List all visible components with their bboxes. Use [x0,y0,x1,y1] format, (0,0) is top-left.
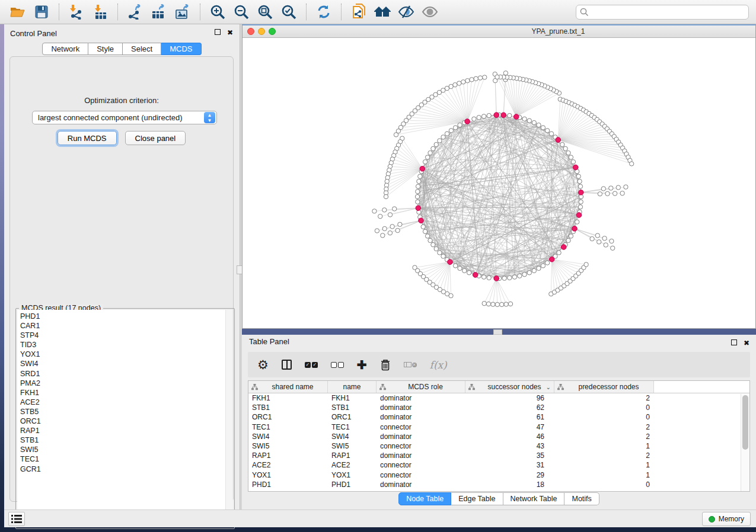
cell-MCDS-role: dominator [377,394,465,402]
tab-network-table[interactable]: Network Table [503,492,565,505]
table-row[interactable]: RAP1RAP1dominator352 [248,451,749,460]
close-window-icon[interactable] [247,28,254,35]
mcds-result-item[interactable]: SWI5 [17,445,233,454]
tab-style[interactable]: Style [88,43,123,55]
cell-name: ORC1 [328,413,377,421]
export-table-icon[interactable] [150,3,168,21]
mcds-result-item[interactable]: ACE2 [17,398,233,407]
tab-motifs[interactable]: Motifs [564,492,599,505]
table-row[interactable]: STB1STB1dominator620 [248,403,749,412]
network-canvas[interactable] [243,38,755,328]
column-header-shared-name[interactable]: shared name [248,381,328,393]
export-image-icon[interactable] [174,3,192,21]
optimization-select[interactable]: largest connected component (undirected)… [32,111,217,124]
table-row[interactable]: SWI5SWI5connector431 [248,441,749,451]
hide-panels-eye-icon[interactable] [397,3,415,21]
mcds-result-item[interactable]: PHD1 [17,310,233,321]
toolbar-separator [341,4,342,20]
home-networks-icon[interactable] [374,3,391,21]
cell-predecessor-nodes: 2 [554,432,654,441]
tab-edge-table[interactable]: Edge Table [451,492,503,505]
optimization-label: Optimization criterion: [10,96,233,105]
close-panel-icon[interactable]: ✖ [743,339,750,347]
mcds-result-item[interactable]: RAP1 [17,426,233,435]
cell-shared-name: ACE2 [248,461,328,469]
column-header-name[interactable]: name [328,381,377,393]
table-row[interactable]: PHD1PHD1dominator180 [248,480,749,489]
import-network-icon[interactable] [68,3,85,21]
table-settings-gear-icon[interactable]: ⚙ [257,358,269,371]
mcds-result-item[interactable]: STB1 [17,435,233,445]
select-all-icon[interactable]: ✓✓ [305,358,318,371]
clone-network-icon[interactable] [350,3,368,21]
refresh-icon[interactable] [315,3,333,21]
minimize-window-icon[interactable] [258,28,265,35]
table-scrollbar-thumb[interactable] [742,395,748,450]
mcds-result-item[interactable]: STP4 [17,331,233,340]
mcds-list-scrollbar[interactable] [225,310,233,527]
maximize-window-icon[interactable] [269,28,276,35]
table-row[interactable]: ORC1ORC1dominator610 [248,412,749,422]
close-panel-icon[interactable]: ✖ [227,29,234,36]
memory-button[interactable]: Memory [702,512,751,526]
import-table-icon[interactable] [91,3,109,21]
cell-predecessor-nodes: 0 [554,413,654,421]
zoom-out-icon[interactable] [232,3,250,21]
float-panel-icon[interactable] [731,339,737,345]
horizontal-splitter-handle[interactable] [493,329,502,335]
mcds-result-item[interactable]: STB5 [17,407,233,416]
deselect-all-icon[interactable] [331,358,344,371]
tab-network[interactable]: Network [42,43,88,55]
show-panels-eye-icon[interactable] [421,3,439,21]
search-input[interactable] [591,8,745,16]
task-history-button[interactable] [8,512,25,526]
mcds-result-item[interactable]: TID3 [17,340,233,350]
zoom-fit-icon[interactable] [256,3,274,21]
mcds-result-item[interactable]: SRD1 [17,369,233,379]
column-header-successor-nodes[interactable]: successor nodes⌄ [465,381,554,393]
show-columns-icon[interactable] [282,358,292,371]
mcds-result-item[interactable]: PMA2 [17,379,233,388]
cell-successor-nodes: 96 [465,394,554,402]
table-row[interactable]: TEC1TEC1connector472 [248,422,749,432]
close-panel-button[interactable]: Close panel [125,131,186,145]
mcds-result-item[interactable]: SWI4 [17,359,233,368]
mcds-result-item[interactable]: CAR1 [17,321,233,331]
memory-status-icon [709,516,715,523]
cell-name: YOX1 [328,471,377,479]
zoom-selected-icon[interactable] [280,3,298,21]
tab-node-table[interactable]: Node Table [398,492,451,505]
cell-MCDS-role: connector [377,471,465,479]
cell-successor-nodes: 61 [465,413,554,421]
tab-mcds[interactable]: MCDS [161,43,201,55]
cell-MCDS-role: dominator [377,403,465,412]
column-header-MCDS-role[interactable]: MCDS role [377,381,465,393]
mcds-result-item[interactable]: YOX1 [17,350,233,359]
table-scrollbar[interactable] [741,394,749,491]
table-toolbar: ⚙ ✓✓ ✚ ✕ f(x) [248,352,750,377]
table-row[interactable]: ACE2ACE2connector311 [248,460,749,470]
save-icon[interactable] [33,3,50,21]
node-table-grid: shared namenameMCDS rolesuccessor nodes⌄… [248,380,750,492]
float-panel-icon[interactable] [215,29,221,35]
table-row[interactable]: SWI4SWI4dominator462 [248,432,749,441]
mcds-result-item[interactable]: TEC1 [17,454,233,464]
optimization-selected-value: largest connected component (undirected) [33,113,204,122]
mcds-result-item[interactable]: FKH1 [17,388,233,398]
run-mcds-button[interactable]: Run MCDS [58,131,117,145]
zoom-in-icon[interactable] [209,3,227,21]
mcds-result-item[interactable]: GCR1 [17,464,233,474]
table-row[interactable]: YOX1YOX1connector291 [248,470,749,480]
mcds-result-item[interactable]: ORC1 [17,416,233,426]
tab-select[interactable]: Select [123,43,161,55]
network-window-titlebar[interactable]: YPA_prune.txt_1 [243,25,755,38]
table-tabs: Node TableEdge TableNetwork TableMotifs [242,492,756,505]
column-header-predecessor-nodes[interactable]: predecessor nodes [554,381,654,393]
export-network-icon[interactable] [126,3,144,21]
search-box[interactable] [576,5,749,20]
delete-trash-icon[interactable] [380,358,391,371]
open-folder-icon[interactable] [9,3,27,21]
table-row[interactable]: FKH1FKH1dominator962 [248,393,749,403]
add-column-icon[interactable]: ✚ [357,358,367,371]
toolbar-separator [200,4,200,20]
